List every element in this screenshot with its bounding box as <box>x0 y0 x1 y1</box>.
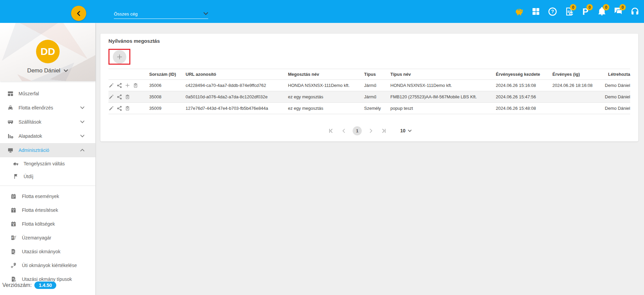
messages-badge: 0 <box>619 4 626 10</box>
edit-icon[interactable] <box>108 94 114 100</box>
sidebar-item-szallitasok[interactable]: Szállítások <box>0 115 95 129</box>
sidebar-item-muszerfal[interactable]: Műszerfal <box>0 87 95 101</box>
cell-id: 35008 <box>149 91 186 103</box>
plus-icon <box>116 54 123 60</box>
pagination: 1 10 <box>100 125 638 136</box>
sidebar-item-flotta-ertesitesek[interactable]: Flotta értesítések <box>0 203 95 217</box>
notifications-icon[interactable]: 0 <box>596 5 608 18</box>
cell-created-by: Demo Dániel <box>603 103 630 114</box>
svg-text:f: f <box>15 235 16 238</box>
monitor-icon <box>7 147 14 154</box>
company-filter-select[interactable]: Összes cég <box>114 10 208 19</box>
delete-icon[interactable] <box>125 105 130 111</box>
sidebar-item-flotta-koltsegek[interactable]: $ Flotta költségek <box>0 217 95 231</box>
row-actions <box>108 94 149 100</box>
dashboard-icon <box>7 90 14 97</box>
sidebar: DD Demo Dániel Műszerfal Flotta el <box>0 23 96 295</box>
sidebar-item-alapadatok[interactable]: Alapadatok <box>0 129 95 143</box>
sidebar-item-label: Úti okmányok kiértékelése <box>22 263 77 268</box>
public-share-card: Nyílvános megosztás Sorszám (ID) URL azo… <box>100 34 638 141</box>
column-header-type: Típus <box>364 69 390 80</box>
chevron-down-icon <box>80 135 85 137</box>
version-badge: 1.4.50 <box>34 282 56 289</box>
cell-valid-from: 2024.06.26 15:47:56 <box>496 91 552 103</box>
add-icon[interactable] <box>125 83 130 88</box>
cell-valid-from: 2024.06.26 15:48:08 <box>496 103 552 114</box>
delete-icon[interactable] <box>133 83 138 88</box>
chevron-down-icon <box>408 130 412 132</box>
cell-type-name: HONDA NSXNSX-111Demo kft. <box>390 80 496 91</box>
share-icon[interactable] <box>117 83 122 88</box>
previous-page-icon[interactable] <box>340 127 347 134</box>
car-icon <box>7 104 14 111</box>
chart-gear-icon <box>7 133 14 139</box>
chevron-up-icon <box>80 149 85 152</box>
sidebar-item-uti-okmanyok-kiertekelese[interactable]: Úti okmányok kiértékelése <box>0 258 95 272</box>
chevron-left-icon <box>75 10 83 17</box>
page-size-select[interactable]: 10 <box>400 128 412 133</box>
piggy-bank-icon[interactable] <box>514 5 525 18</box>
table-row: 35009 127e76d7-443d-47e4-b703-fb5b476e84… <box>108 103 630 114</box>
cell-valid-to: 2024.06.26 18:16:08 <box>552 80 603 91</box>
sidebar-item-label: Adminisztráció <box>19 148 49 153</box>
apps-grid-icon[interactable] <box>530 5 542 18</box>
add-share-button[interactable] <box>113 50 126 64</box>
page-size-value: 10 <box>400 128 406 133</box>
document-history-icon[interactable]: 0 <box>563 5 575 18</box>
last-page-icon[interactable] <box>380 127 387 134</box>
sidebar-subitem-utdij[interactable]: Útdíj <box>0 170 95 183</box>
sidebar-item-label: Flotta ellenőrzés <box>19 105 53 110</box>
delete-icon[interactable] <box>125 94 130 100</box>
current-page-button[interactable]: 1 <box>353 126 362 135</box>
svg-text:$: $ <box>13 223 14 226</box>
calendar-alert-icon <box>10 207 17 214</box>
first-page-icon[interactable] <box>327 127 334 134</box>
cell-type-name: popup teszt <box>390 103 496 114</box>
sidebar-item-adminisztracio[interactable]: Adminisztráció <box>0 143 95 157</box>
cell-type: Jármű <box>364 91 390 103</box>
chevron-down-icon <box>80 106 85 109</box>
messages-icon[interactable]: 0 <box>613 5 624 18</box>
column-header-id: Sorszám (ID) <box>149 69 186 80</box>
document-check-icon <box>10 248 17 255</box>
cell-valid-from: 2024.06.26 15:16:08 <box>496 80 552 91</box>
avatar[interactable]: DD <box>36 40 60 63</box>
cell-created-by: Demo Dániel <box>603 91 630 103</box>
edit-icon[interactable] <box>108 83 114 88</box>
cell-share-name: HONDA NSXNSX-111Demo kft. <box>288 80 364 91</box>
share-icon[interactable] <box>117 105 122 111</box>
share-icon[interactable] <box>117 94 122 100</box>
avatar-initials: DD <box>40 46 55 57</box>
sidebar-item-label: Utazási okmányok <box>22 249 60 254</box>
topbar: Összes cég ? <box>0 0 644 23</box>
next-page-icon[interactable] <box>367 127 375 134</box>
chevron-down-icon <box>203 12 208 17</box>
parking-badge: 0 <box>586 4 593 10</box>
table-row: 35008 0a50110d-a076-4da2-a7da-8c1202df03… <box>108 91 630 103</box>
version-info: Verziószám: 1.4.50 <box>2 282 56 289</box>
user-menu[interactable]: Demo Dániel <box>0 67 95 74</box>
sidebar-item-flotta-ellenorzes[interactable]: Flotta ellenőrzés <box>0 101 95 115</box>
parking-icon[interactable]: P 0 <box>580 5 591 18</box>
support-headset-icon[interactable] <box>629 5 641 18</box>
collapse-sidebar-button[interactable] <box>71 6 86 21</box>
profile-section: DD Demo Dániel <box>0 23 95 81</box>
cell-url-id: 127e76d7-443d-47e4-b703-fb5b476e844a <box>186 103 288 114</box>
company-filter-value: Összes cég <box>114 11 138 18</box>
row-actions <box>108 83 149 88</box>
sidebar-item-flotta-esemenyek[interactable]: Flotta események <box>0 189 95 203</box>
notifications-badge: 0 <box>603 4 609 10</box>
cell-url-id: 0a50110d-a076-4da2-a7da-8c1202df032e <box>186 91 288 103</box>
sidebar-item-uzemanyagar[interactable]: F f Üzemanyagár <box>0 231 95 244</box>
column-header-url: URL azonosító <box>186 69 288 80</box>
edit-icon[interactable] <box>108 105 114 111</box>
calendar-cost-icon: $ <box>10 221 17 227</box>
sidebar-subitem-tengelyszam-valtas[interactable]: Tengelyszám váltás <box>0 157 95 170</box>
sidebar-item-utazasi-okmanyok[interactable]: Utazási okmányok <box>0 244 95 258</box>
sidebar-item-label: Utazási okmány típusok <box>22 276 72 282</box>
help-icon[interactable]: ? <box>547 5 558 18</box>
cell-url-id: c4228494-ca70-4aa7-8ddb-874e9ffcd762 <box>186 80 288 91</box>
axle-truck-icon <box>12 160 20 167</box>
user-name: Demo Dániel <box>27 67 60 74</box>
cell-valid-to <box>552 103 603 114</box>
